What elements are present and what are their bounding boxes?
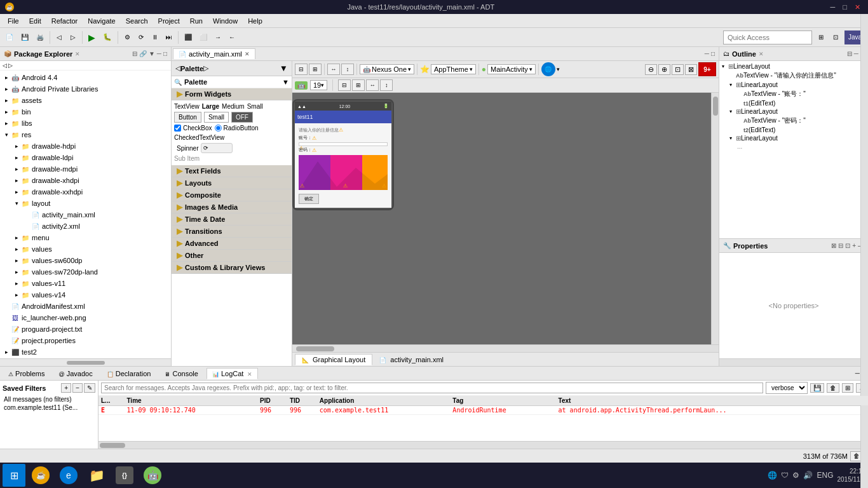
outline-item-linearlayout-4[interactable]: ▾ ⊞ LinearLayout (721, 134, 867, 142)
taskbar-app-code[interactable]: {} (112, 464, 137, 487)
quick-access-input[interactable] (723, 30, 812, 44)
toolbar-btn-1[interactable]: ⚙ (121, 30, 133, 44)
hscroll-thumb[interactable] (296, 346, 334, 351)
maximize-editor-icon[interactable]: □ (711, 50, 715, 57)
checkbox-input[interactable] (174, 125, 181, 132)
fit-height-icon[interactable]: ↕ (380, 79, 393, 91)
outline-collapse-icon[interactable]: ⊟ (847, 50, 852, 57)
toolbar-btn-7[interactable]: → (212, 30, 224, 44)
checkbox-widget[interactable]: CheckBox (174, 125, 212, 132)
fit-width-icon[interactable]: ↔ (366, 79, 379, 91)
palette-forward-btn[interactable]: ▷ (203, 64, 208, 72)
tree-item-values-v14[interactable]: ▸ 📁 values-v14 (0, 289, 171, 301)
canvas-hscrollbar[interactable] (292, 344, 719, 352)
outline-item-textview-hint[interactable]: Ab TextView - "请输入你的注册信息" (721, 71, 867, 81)
props-btn-3[interactable]: ⊡ (845, 242, 850, 249)
tree-toggle-v14[interactable]: ▸ (13, 292, 20, 298)
tree-item-values-sw720dp[interactable]: ▸ 📁 values-sw720dp-land (0, 266, 171, 278)
log-save-btn[interactable]: 💾 (810, 383, 824, 393)
restore-button[interactable]: □ (840, 3, 850, 11)
tree-item-test2[interactable]: ▸ ⬛ test2 (0, 346, 171, 358)
device-selector[interactable]: 🤖 Nexus One ▾ (360, 64, 414, 74)
start-button[interactable]: ⊞ (3, 464, 25, 487)
collapse-all-icon[interactable]: ⊟ (132, 50, 137, 57)
minimize-button[interactable]: ─ (828, 3, 838, 11)
palette-dropdown-btn[interactable]: ▼ (280, 64, 288, 73)
new-button[interactable]: 📄 (3, 30, 17, 44)
tree-item-layout[interactable]: ▾ 📁 layout (0, 198, 171, 209)
palette-menu-btn[interactable]: ▼ (282, 78, 289, 86)
tree-toggle-test2[interactable]: ▸ (3, 349, 10, 355)
toolbar-btn-5[interactable]: ⬛ (181, 30, 195, 44)
tree-toggle-v11[interactable]: ▸ (13, 280, 20, 287)
locale-dropdown-btn[interactable]: ▾ (557, 66, 560, 72)
tab-declaration[interactable]: 📋 Declaration (101, 368, 157, 379)
tree-item-android44[interactable]: ▸ 🤖 Android 4.4 (0, 72, 171, 83)
outline-item-textview-password[interactable]: Ab TextView - "密码：" (721, 116, 867, 126)
palette-group-text-fields[interactable]: ▶ Text Fields (172, 165, 292, 177)
tree-item-libs[interactable]: ▸ 📁 libs (0, 118, 171, 129)
tab-activity-main-xml[interactable]: 📄 activity_main.xml (372, 354, 451, 365)
editor-tab-activity-main[interactable]: 📄 activity_main.xml ✕ (173, 48, 255, 59)
tree-toggle-bin[interactable]: ▸ (3, 109, 10, 115)
properties-hscroll[interactable] (719, 358, 868, 366)
shield-icon[interactable]: 🛡 (781, 471, 789, 480)
menu-help[interactable]: Help (243, 16, 268, 26)
outline-item-edittext-t2[interactable]: t2 (EditText) (721, 126, 867, 134)
menu-navigate[interactable]: Navigate (83, 16, 120, 26)
tab-logcat[interactable]: 📊 LogCat ✕ (207, 368, 259, 379)
tree-toggle-assets[interactable]: ▸ (3, 97, 10, 104)
remove-filter-btn[interactable]: − (72, 383, 83, 393)
log-hscroll-thumb[interactable] (100, 443, 125, 448)
tree-item-drawable-mdpi[interactable]: ▸ 📁 drawable-mdpi (0, 163, 171, 175)
zoom-fit-btn[interactable]: ⊡ (672, 64, 684, 75)
minimize-editor-icon[interactable]: ─ (705, 50, 709, 57)
canvas-vscrollbar[interactable] (711, 93, 719, 344)
log-hscrollbar[interactable] (98, 441, 868, 449)
close-button[interactable]: ✕ (852, 3, 863, 11)
tree-item-bin[interactable]: ▸ 📁 bin (0, 106, 171, 118)
vscroll-thumb[interactable] (713, 97, 718, 116)
outline-item-linearlayout-3[interactable]: ▾ ⊞ LinearLayout (721, 107, 867, 116)
tree-item-activity-main[interactable]: 📄 activity_main.xml (0, 209, 171, 220)
tab-graphical-layout[interactable]: 📐 Graphical Layout (295, 354, 372, 365)
filter-all-messages[interactable]: All messages (no filters) (3, 395, 95, 403)
taskbar-app-java[interactable]: ☕ (28, 464, 53, 487)
toolbar-btn-8[interactable]: ← (226, 30, 238, 44)
tab-javadoc[interactable]: @ Javadoc (53, 368, 98, 379)
log-row-1[interactable]: E 11-09 09:10:12.740 996 996 com.example… (98, 406, 868, 415)
outline-toggle-6[interactable]: ▾ (729, 109, 736, 114)
maximize-panel-icon[interactable]: □ (163, 50, 167, 57)
palette-group-layouts[interactable]: ▶ Layouts (172, 177, 292, 189)
logcat-close-icon[interactable]: ✕ (247, 371, 252, 377)
save-button[interactable]: 💾 (18, 30, 32, 44)
forward-nav-icon[interactable]: ▷ (8, 62, 13, 69)
error-indicator[interactable]: 9+ (698, 62, 716, 76)
split-h-icon[interactable]: ⊟ (338, 79, 351, 91)
palette-group-images-media[interactable]: ▶ Images & Media (172, 201, 292, 214)
filter-com-example[interactable]: com.example.test11 (Se... (3, 403, 95, 412)
run-button[interactable]: ▶ (85, 30, 98, 44)
audio-icon[interactable]: 🔊 (803, 471, 813, 480)
tree-item-activity2[interactable]: 📄 activity2.xml (0, 220, 171, 232)
resize-v-icon[interactable]: ↕ (341, 64, 354, 75)
tab-console[interactable]: 🖥 Console (159, 368, 203, 379)
palette-group-advanced[interactable]: ▶ Advanced (172, 238, 292, 250)
tree-item-drawable-ldpi[interactable]: ▸ 📁 drawable-ldpi (0, 152, 171, 163)
tree-toggle-hdpi[interactable]: ▸ (13, 143, 20, 149)
tree-item-values-v11[interactable]: ▸ 📁 values-v11 (0, 278, 171, 289)
tree-toggle-sw600dp[interactable]: ▸ (13, 257, 20, 264)
split-v-icon[interactable]: ⊞ (352, 79, 365, 91)
outline-toggle-1[interactable]: ▾ (722, 64, 728, 69)
props-btn-1[interactable]: ⊠ (831, 242, 836, 249)
back-nav-icon[interactable]: ◁ (3, 62, 7, 69)
tab-problems[interactable]: ⚠ Problems (3, 368, 51, 379)
tree-toggle-xhdpi[interactable]: ▸ (13, 177, 20, 184)
network-icon[interactable]: 🌐 (768, 471, 777, 480)
theme-selector[interactable]: AppTheme ▾ (431, 64, 476, 74)
tree-item-launcher-png[interactable]: 🖼 ic_launcher-web.png (0, 312, 171, 323)
tree-toggle-private[interactable]: ▸ (3, 86, 10, 92)
api-selector[interactable]: 19 ▾ (310, 80, 327, 90)
zoom-in-btn[interactable]: ⊕ (658, 64, 670, 75)
small-widget[interactable]: Small (204, 112, 229, 123)
